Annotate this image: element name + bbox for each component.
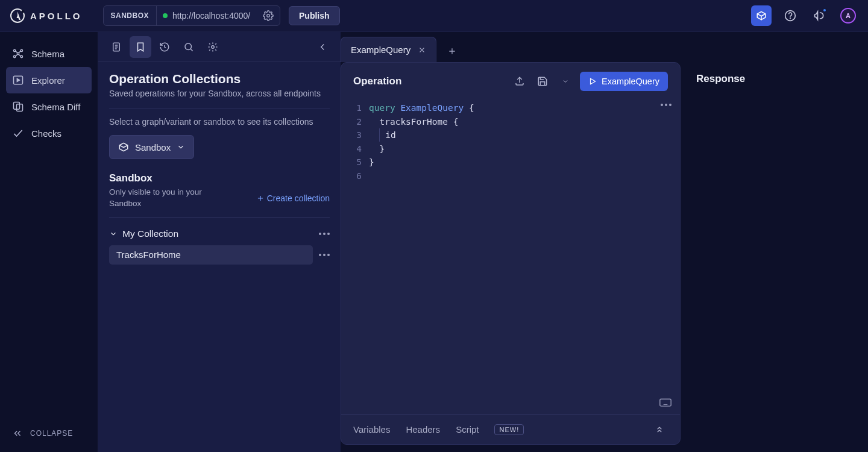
svg-rect-16 bbox=[660, 399, 671, 406]
svg-point-4 bbox=[790, 18, 791, 19]
docs-tab-button[interactable] bbox=[105, 36, 127, 58]
chevrons-up-icon bbox=[655, 425, 664, 435]
share-operation-button[interactable] bbox=[511, 73, 528, 90]
code-op-name: ExampleQuery bbox=[400, 103, 464, 113]
endpoint-settings-button[interactable] bbox=[257, 10, 280, 21]
save-operation-button[interactable] bbox=[534, 73, 551, 90]
history-icon bbox=[159, 42, 170, 52]
publish-button[interactable]: Publish bbox=[289, 6, 340, 25]
collection-menu-button[interactable] bbox=[319, 233, 330, 235]
svg-point-1 bbox=[22, 10, 25, 13]
collections-hint: Select a graph/variant or sandbox to see… bbox=[109, 117, 330, 127]
tab-strip: ExampleQuery bbox=[341, 32, 868, 62]
studio-overview-button[interactable] bbox=[751, 5, 772, 26]
collapse-nav-button[interactable]: COLLAPSE bbox=[6, 423, 92, 444]
search-icon bbox=[183, 42, 194, 52]
status-dot-icon bbox=[163, 13, 168, 18]
share-icon bbox=[514, 76, 525, 87]
divider bbox=[109, 108, 330, 108]
operation-title: Operation bbox=[353, 75, 401, 87]
brand-logo: APOLLO bbox=[10, 8, 83, 24]
settings-tab-button[interactable] bbox=[202, 36, 224, 58]
history-tab-button[interactable] bbox=[154, 36, 175, 58]
nav-label: Explorer bbox=[31, 75, 65, 86]
collections-toolbar bbox=[98, 32, 341, 62]
nav-item-checks[interactable]: Checks bbox=[6, 120, 92, 146]
operation-tab[interactable]: ExampleQuery bbox=[341, 37, 436, 62]
close-tab-button[interactable] bbox=[418, 46, 426, 54]
saved-operation-label: TracksForHome bbox=[116, 250, 181, 260]
chevron-left-icon bbox=[317, 42, 328, 52]
document-icon bbox=[111, 42, 122, 52]
footer-tab-script[interactable]: Script bbox=[456, 424, 479, 435]
search-tab-button[interactable] bbox=[178, 36, 200, 58]
create-collection-button[interactable]: Create collection bbox=[256, 193, 330, 203]
nav-item-schema[interactable]: Schema bbox=[6, 40, 92, 67]
avatar-initial: A bbox=[846, 12, 851, 19]
help-button[interactable] bbox=[780, 5, 800, 26]
add-tab-button[interactable] bbox=[441, 40, 463, 62]
code-field: tracksForHome bbox=[379, 117, 448, 127]
endpoint-group: SANDBOX http://localhost:4000/ bbox=[103, 5, 281, 26]
nav-item-schema-diff[interactable]: Schema Diff bbox=[6, 93, 92, 120]
keyboard-icon bbox=[659, 398, 671, 407]
operation-pane: Operation ExampleQuery 1 2 3 4 bbox=[341, 62, 681, 445]
scope-select-button[interactable]: Sandbox bbox=[109, 135, 194, 159]
operation-footer: Variables Headers Script NEW! bbox=[341, 414, 680, 444]
line-gutter: 1 2 3 4 5 6 bbox=[341, 100, 369, 414]
account-avatar[interactable]: A bbox=[838, 5, 858, 26]
line-number: 1 bbox=[341, 101, 362, 115]
code-keyword: query bbox=[369, 103, 395, 113]
endpoint-field[interactable]: http://localhost:4000/ bbox=[157, 6, 257, 25]
chevron-down-icon bbox=[109, 230, 118, 238]
tab-label: ExampleQuery bbox=[351, 45, 410, 55]
announcements-button[interactable] bbox=[809, 5, 829, 26]
operation-menu-button[interactable] bbox=[319, 254, 330, 256]
svg-point-9 bbox=[17, 52, 19, 54]
nav-label: Schema bbox=[31, 49, 64, 59]
collections-tab-button[interactable] bbox=[130, 36, 151, 58]
code-content: query ExampleQuery { tracksForHome { id … bbox=[369, 100, 474, 414]
collections-title: Operation Collections bbox=[109, 72, 330, 86]
line-number: 4 bbox=[341, 142, 362, 156]
response-pane: Response bbox=[693, 62, 857, 445]
svg-point-6 bbox=[20, 49, 22, 51]
play-icon bbox=[588, 77, 597, 86]
check-icon bbox=[12, 127, 24, 139]
response-title: Response bbox=[693, 73, 857, 85]
nav-item-explorer[interactable]: Explorer bbox=[6, 67, 92, 93]
nav-label: Checks bbox=[31, 128, 61, 139]
sandbox-badge: SANDBOX bbox=[104, 6, 157, 25]
svg-point-5 bbox=[14, 49, 16, 51]
plus-icon bbox=[256, 194, 265, 202]
collection-row[interactable]: My Collection bbox=[109, 228, 330, 239]
run-operation-button[interactable]: ExampleQuery bbox=[580, 72, 668, 91]
footer-tab-variables[interactable]: Variables bbox=[353, 424, 390, 435]
footer-tab-headers[interactable]: Headers bbox=[406, 424, 440, 435]
chevron-down-icon bbox=[177, 143, 185, 151]
code-editor[interactable]: 1 2 3 4 5 6 query ExampleQuery { tracksF… bbox=[341, 100, 680, 414]
collapse-label: COLLAPSE bbox=[30, 429, 73, 438]
create-label: Create collection bbox=[267, 193, 330, 203]
line-number: 2 bbox=[341, 115, 362, 129]
scope-label: Sandbox bbox=[135, 142, 171, 152]
help-icon bbox=[784, 10, 796, 22]
expand-footer-button[interactable] bbox=[651, 421, 668, 438]
save-icon bbox=[537, 76, 548, 87]
nav-label: Schema Diff bbox=[31, 102, 80, 112]
chevrons-left-icon bbox=[12, 428, 23, 439]
code-field: id bbox=[385, 130, 395, 140]
keyboard-shortcuts-button[interactable] bbox=[659, 398, 671, 407]
saved-operation-item[interactable]: TracksForHome bbox=[109, 245, 313, 265]
line-number: 6 bbox=[341, 169, 362, 183]
section-title: Sandbox bbox=[109, 172, 330, 184]
svg-point-15 bbox=[212, 45, 215, 48]
chevron-down-icon bbox=[562, 78, 569, 85]
save-menu-button[interactable] bbox=[557, 73, 574, 90]
collapse-panel-button[interactable] bbox=[312, 36, 333, 58]
editor-more-button[interactable] bbox=[661, 104, 671, 106]
collections-panel: Operation Collections Saved operations f… bbox=[98, 32, 341, 452]
svg-point-8 bbox=[20, 55, 22, 57]
editor-area: ExampleQuery Operation E bbox=[341, 32, 868, 452]
collection-name: My Collection bbox=[122, 228, 178, 239]
